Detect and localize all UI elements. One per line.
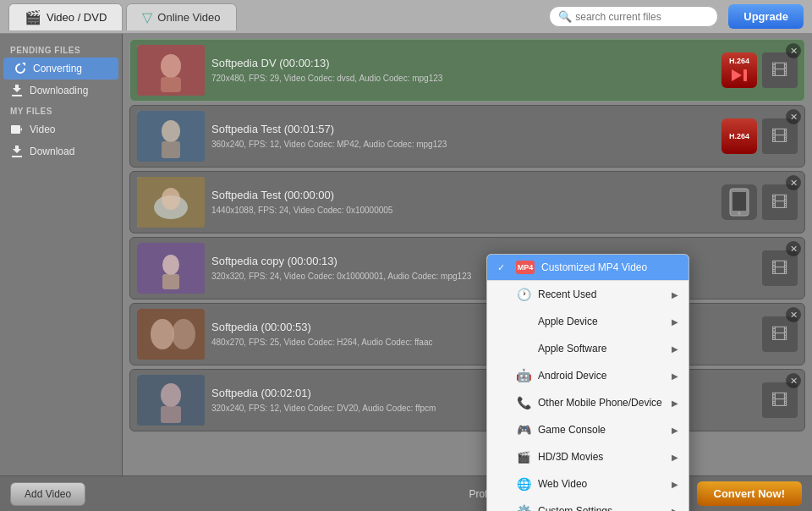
clock-icon: 🕐 <box>516 287 531 302</box>
converting-icon <box>14 62 27 75</box>
table-row: Softpedia Test (00:01:57) 360x240, FPS: … <box>129 105 805 168</box>
file-meta: 1440x1088, FPS: 24, Video Codec: 0x10000… <box>211 204 715 217</box>
close-button[interactable]: ✕ <box>786 307 801 322</box>
file-actions: H.264 🎞 <box>721 52 798 88</box>
file-thumbnail <box>137 375 205 426</box>
bottom-bar: Add Video Profile: 📱 Apple iPhone 4s H.2… <box>0 475 812 511</box>
file-actions: 🎞 <box>721 184 798 220</box>
menu-item-custom-settings[interactable]: ⚙️ Custom Settings ▶ <box>487 497 689 511</box>
menu-item-label: Customized MP4 Video <box>541 261 647 273</box>
apple-icon <box>516 314 531 329</box>
table-row: Softpedia DV (00:00:13) 720x480, FPS: 29… <box>129 39 805 102</box>
file-meta: 360x240, FPS: 12, Video Codec: MP42, Aud… <box>211 138 715 151</box>
menu-item-apple-device[interactable]: Apple Device ▶ <box>487 308 689 335</box>
checkmark-icon: ✓ <box>497 262 509 273</box>
thumbnail-image <box>137 243 205 294</box>
menu-item-label: Android Device <box>538 370 606 382</box>
submenu-arrow-icon: ▶ <box>672 507 678 512</box>
svg-rect-12 <box>162 141 180 158</box>
file-actions: H.264 🎞 <box>721 118 798 154</box>
menu-item-hd-movies[interactable]: 🎬 HD/3D Movies ▶ <box>487 443 689 470</box>
menu-item-game-console[interactable]: 🎮 Game Console ▶ <box>487 416 689 443</box>
download-icon <box>10 145 24 158</box>
menu-item-android-device[interactable]: 🤖 Android Device ▶ <box>487 362 689 389</box>
web-icon: 🌐 <box>516 476 531 492</box>
codec-badge: H.264 <box>721 118 757 154</box>
menu-item-apple-software[interactable]: Apple Software ▶ <box>487 335 689 362</box>
file-info: Softpedia Test (00:01:57) 360x240, FPS: … <box>211 123 715 151</box>
svg-rect-9 <box>743 69 747 81</box>
close-button[interactable]: ✕ <box>786 43 801 58</box>
svg-rect-27 <box>161 406 181 423</box>
menu-item-label: Custom Settings <box>538 505 612 511</box>
svg-rect-4 <box>12 156 22 157</box>
close-button[interactable]: ✕ <box>786 175 801 190</box>
svg-rect-1 <box>12 95 22 96</box>
svg-point-11 <box>162 120 180 142</box>
menu-item-label: Game Console <box>538 424 606 436</box>
svg-point-20 <box>162 255 179 275</box>
search-input[interactable] <box>575 11 709 23</box>
tab-video-dvd[interactable]: 🎬 Video / DVD <box>8 3 123 30</box>
menu-item-label: Apple Device <box>538 316 598 327</box>
table-row: Softpedia Test (00:00:00) 1440x1088, FPS… <box>129 171 805 234</box>
menu-item-label: Web Video <box>538 478 587 490</box>
menu-item-other-mobile[interactable]: 📞 Other Mobile Phone/Device ▶ <box>487 389 689 416</box>
thumbnail-image <box>137 177 205 228</box>
menu-item-label: HD/3D Movies <box>538 451 603 463</box>
video-dvd-icon: 🎬 <box>25 9 41 25</box>
svg-rect-2 <box>11 125 20 134</box>
thumbnail-image <box>137 111 205 162</box>
convert-now-button[interactable]: Convert Now! <box>697 481 803 506</box>
main-area: PENDING FILES Converting Downloading MY … <box>0 34 812 475</box>
menu-item-customized-mp4[interactable]: ✓ MP4 Customized MP4 Video <box>487 255 689 280</box>
submenu-arrow-icon: ▶ <box>672 398 678 408</box>
file-thumbnail <box>137 243 205 294</box>
android-icon: 🤖 <box>516 368 531 383</box>
menu-item-recent-used[interactable]: 🕐 Recent Used ▶ <box>487 281 689 308</box>
sidebar-item-download[interactable]: Download <box>0 140 122 162</box>
svg-point-23 <box>151 319 174 349</box>
file-name: Softpedia DV (00:00:13) <box>211 57 715 69</box>
sidebar-item-downloading[interactable]: Downloading <box>0 80 122 102</box>
video-icon <box>10 123 24 136</box>
sidebar-downloading-label: Downloading <box>30 85 88 96</box>
game-icon: 🎮 <box>516 422 531 437</box>
submenu-arrow-icon: ▶ <box>672 453 678 462</box>
tab-online-video[interactable]: ▽ Online Video <box>126 3 236 30</box>
upgrade-button[interactable]: Upgrade <box>728 4 804 29</box>
tab-video-dvd-label: Video / DVD <box>47 11 107 24</box>
submenu-arrow-icon: ▶ <box>672 426 678 435</box>
thumbnail-image <box>137 309 205 360</box>
add-video-button[interactable]: Add Video <box>10 482 85 506</box>
svg-point-15 <box>162 188 180 210</box>
sidebar-converting-label: Converting <box>33 63 82 74</box>
device-badge <box>721 184 757 220</box>
thumbnail-image <box>137 375 205 426</box>
table-row: Softpedia (00:00:53) 480x270, FPS: 25, V… <box>129 303 805 365</box>
close-button[interactable]: ✕ <box>786 373 801 388</box>
menu-item-web-video[interactable]: 🌐 Web Video ▶ <box>487 470 689 497</box>
sidebar: PENDING FILES Converting Downloading MY … <box>0 34 123 475</box>
format-dropdown-menu: ✓ MP4 Customized MP4 Video 🕐 Recent Used… <box>486 254 689 511</box>
file-list: Softpedia DV (00:00:13) 720x480, FPS: 29… <box>123 34 812 475</box>
file-meta: 720x480, FPS: 29, Video Codec: dvsd, Aud… <box>211 72 715 85</box>
mp4-icon: MP4 <box>516 261 535 274</box>
file-info: Softpedia Test (00:00:00) 1440x1088, FPS… <box>211 189 715 217</box>
my-files-label: MY FILES <box>0 102 122 118</box>
tab-online-video-label: Online Video <box>157 11 220 24</box>
sidebar-item-video[interactable]: Video <box>0 118 122 140</box>
online-video-icon: ▽ <box>142 9 152 25</box>
table-row: Softpedia (00:02:01) 320x240, FPS: 12, V… <box>129 369 805 431</box>
search-icon: 🔍 <box>558 10 572 23</box>
close-button[interactable]: ✕ <box>786 109 801 124</box>
file-thumbnail <box>137 177 205 228</box>
file-thumbnail <box>137 309 205 360</box>
apple-software-icon <box>516 341 531 356</box>
svg-rect-21 <box>162 274 179 289</box>
sidebar-item-converting[interactable]: Converting <box>3 58 118 80</box>
svg-rect-7 <box>161 77 181 92</box>
sidebar-video-label: Video <box>30 124 55 135</box>
close-button[interactable]: ✕ <box>786 241 801 256</box>
downloading-icon <box>10 84 24 97</box>
